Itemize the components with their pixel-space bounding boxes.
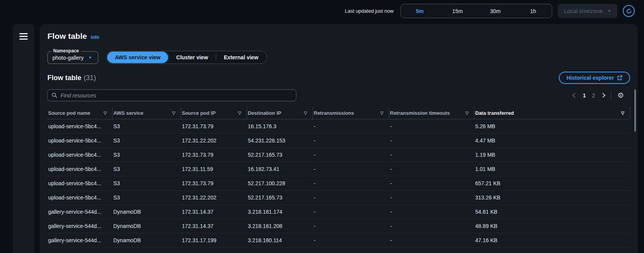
info-link[interactable]: Info <box>91 35 99 40</box>
table-row[interactable]: gallery-service-544d... DynamoDB 172.31.… <box>47 233 630 248</box>
cell-source-pod-ip: 172.31.73.79 <box>181 119 247 133</box>
cell-destination-ip: 3.218.181.208 <box>247 219 313 233</box>
cell-source-pod-name: upload-service-5bc4... <box>47 176 113 190</box>
cell-aws-service: DynamoDB <box>113 219 181 233</box>
panel-header: Flow table Info <box>47 32 630 41</box>
cell-retransmissions: - <box>313 162 389 176</box>
filter-icon[interactable]: ▽ <box>304 111 307 116</box>
filter-icon[interactable]: ▽ <box>621 111 624 116</box>
table-row-count: (31) <box>84 74 96 82</box>
cell-destination-ip: 16.182.73.41 <box>247 162 313 176</box>
cell-aws-service: DynamoDB <box>113 205 181 219</box>
table-row[interactable]: upload-service-5bc4... S3 172.31.73.79 1… <box>47 119 630 134</box>
filter-icon[interactable]: ▽ <box>172 111 175 116</box>
table-row[interactable]: gallery-service-544d... DynamoDB 172.31.… <box>47 219 630 233</box>
column-header-retransmission-timeouts[interactable]: Retransmission timeouts ▽ <box>389 107 474 119</box>
menu-hamburger-icon[interactable] <box>19 33 28 40</box>
cell-retransmissions: - <box>313 219 389 233</box>
cell-source-pod-name: gallery-service-544d... <box>47 205 113 219</box>
cell-source-pod-name: upload-service-5bc4... <box>47 191 113 204</box>
tab-cluster-view[interactable]: Cluster view <box>168 52 215 63</box>
cell-source-pod-name: upload-service-5bc4... <box>47 162 113 176</box>
table-row[interactable]: upload-service-5bc4... S3 172.31.11.59 1… <box>47 162 630 176</box>
previous-page-icon[interactable] <box>572 93 577 98</box>
cell-retransmission-timeouts: - <box>389 119 474 133</box>
cell-data-transferred: 4.47 MB <box>474 134 630 147</box>
table-row[interactable]: gallery-service-544d... DynamoDB 172.31.… <box>47 205 630 219</box>
column-header-retransmissions[interactable]: Retransmissions ▽ <box>313 107 389 119</box>
cell-destination-ip: 3.218.181.174 <box>247 205 313 219</box>
cell-data-transferred: 5.26 MB <box>474 119 630 133</box>
historical-explorer-label: Historical explorer <box>567 75 614 81</box>
vertical-scrollbar[interactable] <box>634 89 636 132</box>
timezone-label: Local timezone <box>564 8 603 14</box>
range-30m-button[interactable]: 30m <box>476 4 514 18</box>
cell-retransmission-timeouts: - <box>389 219 474 233</box>
column-header-aws-service[interactable]: AWS service ▽ <box>113 107 181 119</box>
search-row: 1 2 ⚙ <box>47 89 630 101</box>
cell-aws-service: DynamoDB <box>113 233 181 247</box>
namespace-select[interactable]: Namespace photo-gallery ▼ <box>47 51 98 64</box>
filter-icon[interactable]: ▽ <box>238 111 241 116</box>
last-updated-text: Last updated just now <box>345 8 393 14</box>
cell-retransmission-timeouts: - <box>389 148 474 162</box>
table-row[interactable]: upload-service-5bc4... S3 172.31.73.79 5… <box>47 148 630 162</box>
cell-retransmission-timeouts: - <box>389 134 474 147</box>
page-title: Flow table <box>47 32 87 41</box>
column-header-source-pod-ip[interactable]: Source pod IP ▽ <box>181 107 247 119</box>
cell-retransmissions: - <box>313 233 389 247</box>
tab-external-view[interactable]: External view <box>216 52 266 63</box>
cell-retransmissions: - <box>313 191 389 204</box>
external-link-icon <box>617 75 622 80</box>
gear-icon[interactable]: ⚙ <box>617 92 624 99</box>
column-header-source-pod-name[interactable]: Source pod name ▽ <box>47 107 113 119</box>
filter-icon[interactable]: ▽ <box>466 111 469 116</box>
cell-source-pod-name: upload-service-5bc4... <box>47 134 113 147</box>
pager-divider <box>611 91 611 100</box>
timezone-select[interactable]: Local timezone ▼ <box>558 4 617 18</box>
cell-source-pod-name: upload-service-5bc4... <box>47 119 113 133</box>
cell-data-transferred: 657.21 KB <box>474 176 630 190</box>
range-5m-button[interactable]: 5m <box>401 4 439 18</box>
view-segmented-control: AWS service view Cluster view External v… <box>106 51 267 64</box>
table-row[interactable]: upload-service-5bc4... S3 172.31.22.202 … <box>47 191 630 205</box>
cell-retransmission-timeouts: - <box>389 176 474 190</box>
tab-aws-service-view[interactable]: AWS service view <box>107 52 168 63</box>
cell-source-pod-ip: 172.31.14.37 <box>181 205 247 219</box>
range-1h-button[interactable]: 1h <box>514 4 552 18</box>
cell-destination-ip: 3.218.180.114 <box>247 233 313 247</box>
namespace-value: photo-gallery <box>52 55 84 61</box>
cell-aws-service: S3 <box>113 191 181 204</box>
cell-data-transferred: 47.16 KB <box>474 233 630 247</box>
cell-source-pod-ip: 172.31.73.79 <box>181 148 247 162</box>
cell-destination-ip: 52.217.165.73 <box>247 191 313 204</box>
column-header-destination-ip[interactable]: Destination IP ▽ <box>247 107 313 119</box>
cell-data-transferred: 48.89 KB <box>474 219 630 233</box>
page-2-button[interactable]: 2 <box>592 92 595 99</box>
cell-data-transferred: 54.61 KB <box>474 205 630 219</box>
refresh-button[interactable] <box>623 5 635 17</box>
cell-aws-service: S3 <box>113 176 181 190</box>
table-title: Flow table <box>47 74 81 82</box>
search-input[interactable] <box>61 92 292 99</box>
cell-data-transferred: 1.01 MB <box>474 162 630 176</box>
page-1-button[interactable]: 1 <box>583 92 586 99</box>
table-row[interactable]: upload-service-5bc4... S3 172.31.22.202 … <box>47 134 630 148</box>
cell-destination-ip: 16.15.176.3 <box>247 119 313 133</box>
search-box <box>47 89 296 101</box>
cell-aws-service: S3 <box>113 162 181 176</box>
table-row[interactable]: upload-service-5bc4... S3 172.31.73.79 5… <box>47 176 630 191</box>
cell-destination-ip: 54.231.228.153 <box>247 134 313 147</box>
filter-icon[interactable]: ▽ <box>380 111 383 116</box>
column-header-data-transferred[interactable]: Data transferred ▽ <box>474 107 630 119</box>
cell-aws-service: S3 <box>113 148 181 162</box>
range-15m-button[interactable]: 15m <box>439 4 476 18</box>
cell-source-pod-ip: 172.31.11.59 <box>181 162 247 176</box>
filter-icon[interactable]: ▽ <box>104 111 107 116</box>
cell-destination-ip: 52.217.165.73 <box>247 148 313 162</box>
cell-retransmissions: - <box>313 148 389 162</box>
historical-explorer-button[interactable]: Historical explorer <box>559 72 630 84</box>
refresh-icon <box>626 8 632 14</box>
next-page-icon[interactable] <box>600 93 605 98</box>
cell-source-pod-ip: 172.31.14.37 <box>181 219 247 233</box>
